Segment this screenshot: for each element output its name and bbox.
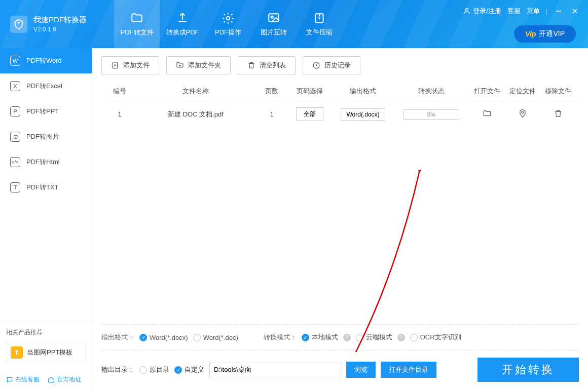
sidebar-item-pdf-to-excel[interactable]: XPDF转Excel [0,73,92,99]
radio-ocr-mode[interactable]: OCR文字识别 [410,333,461,342]
col-header-id: 编号 [104,87,135,96]
official-site-link[interactable]: 官方地址 [48,375,81,384]
help-icon[interactable]: ? [397,334,405,341]
txt-icon: T [10,182,20,192]
radio-docx[interactable]: Word(*.docx) [139,334,188,341]
help-icon[interactable]: ? [343,334,351,341]
add-file-icon [111,61,119,69]
history-button[interactable]: 历史记录 [303,56,360,74]
sidebar-item-label: PDF转PPT [26,107,59,116]
vip-icon: Vip [525,30,536,38]
app-title: 我速PDF转换器 [33,15,87,25]
radio-doc[interactable]: Word(*.doc) [193,334,238,341]
excel-icon: X [10,81,20,91]
sidebar-item-pdf-to-ppt[interactable]: PPDF转PPT [0,99,92,124]
cell-pages: 1 [256,110,287,118]
nav-label: PDF转文件 [121,28,154,37]
close-button[interactable] [570,6,580,16]
open-file-button[interactable] [483,112,492,120]
output-format-label: 输出格式： [101,333,134,342]
user-icon [463,7,471,15]
open-output-dir-button[interactable]: 打开文件目录 [381,362,436,378]
browse-button[interactable]: 浏览 [346,362,376,378]
related-products-title: 相关产品推荐 [6,328,86,337]
locate-file-button[interactable] [518,112,527,120]
sidebar-item-pdf-to-word[interactable]: WPDF转Word [0,48,92,73]
html-icon: </> [10,157,20,167]
radio-cloud-mode[interactable]: 云端模式 [356,333,392,342]
col-header-status: 转换状态 [393,87,469,96]
nav-pdf-to-file[interactable]: PDF转文件 [114,0,160,48]
sidebar-item-pdf-to-txt[interactable]: TPDF转TXT [0,175,92,200]
login-link[interactable]: 登录/注册 [463,7,501,16]
sidebar-item-label: PDF转Word [26,56,62,65]
cell-filename: 新建 DOC 文档.pdf [135,110,256,119]
svg-point-0 [227,16,230,20]
minimize-button[interactable] [554,6,564,16]
folder-icon [483,109,492,118]
radio-original-dir[interactable]: 原目录 [139,365,169,374]
app-version: V2.0.1.6 [33,26,87,33]
table-header: 编号 文件名称 页数 页码选择 输出格式 转换状态 打开文件 定位文件 移除文件 [101,82,579,101]
sidebar-item-label: PDF转Html [26,158,60,167]
cell-id: 1 [104,110,135,118]
promo-label: 当图网PPT模板 [27,348,72,357]
nav-label: 转换成PDF [166,28,199,37]
sidebar-item-label: PDF转Excel [26,82,62,91]
nav-image-convert[interactable]: 图片互转 [251,0,297,48]
svg-point-14 [522,111,524,113]
start-convert-button[interactable]: 开始转换 [477,358,579,382]
progress-bar: 0% [403,109,459,120]
pin-icon [518,109,527,118]
nav-label: 文件压缩 [306,28,333,37]
nav-pdf-ops[interactable]: PDF操作 [205,0,251,48]
add-folder-icon [176,61,184,69]
image-icon: ⊡ [10,132,20,142]
sidebar-item-label: PDF转图片 [26,132,59,141]
col-header-name: 文件名称 [135,87,256,96]
sidebar-item-pdf-to-image[interactable]: ⊡PDF转图片 [0,124,92,149]
app-logo-icon [10,16,27,33]
nav-to-pdf[interactable]: 转换成PDF [160,0,205,48]
page-select-button[interactable]: 全部 [296,107,323,121]
word-icon: W [10,56,20,66]
promo-ppt-template[interactable]: T 当图网PPT模板 [6,342,86,363]
col-header-remove: 移除文件 [540,87,576,96]
col-header-fmt: 输出格式 [333,87,393,96]
main-panel: 添加文件 添加文件夹 清空列表 历史记录 编号 文件名称 页数 页码选择 输出格… [92,48,588,390]
output-row: 输出目录： 原目录 自定义 浏览 打开文件目录 开始转换 [101,350,579,382]
online-service-link[interactable]: 在线客服 [6,375,40,384]
nav-compress[interactable]: 文件压缩 [297,0,342,48]
menu-link[interactable]: 菜单 [527,7,540,16]
radio-custom-dir[interactable]: 自定义 [174,365,204,374]
col-header-pages: 页数 [256,87,287,96]
table-row: 1 新建 DOC 文档.pdf 1 全部 Word(.docx) 0% [101,101,579,127]
output-path-input[interactable] [209,363,341,377]
svg-point-4 [465,9,468,11]
sidebar-item-pdf-to-html[interactable]: </>PDF转Html [0,149,92,175]
vip-button[interactable]: Vip 开通VIP [514,25,576,43]
output-dir-label: 输出目录： [101,365,134,374]
radio-local-mode[interactable]: 本地模式 [302,333,338,342]
logo-block: 我速PDF转换器 V2.0.1.6 [0,0,114,48]
output-format-button[interactable]: Word(.docx) [341,108,385,121]
ppt-icon: P [10,106,20,116]
clock-icon [312,61,320,69]
app-header: 我速PDF转换器 V2.0.1.6 PDF转文件 转换成PDF PDF操作 图片… [0,0,588,48]
sidebar-footer: 在线客服 官方地址 [0,369,92,390]
support-link[interactable]: 客服 [507,7,521,16]
clear-list-button[interactable]: 清空列表 [238,56,296,74]
header-right: 登录/注册 客服 菜单 | [463,6,580,16]
col-header-sel: 页码选择 [287,87,333,96]
promo-icon: T [11,346,23,359]
add-folder-button[interactable]: 添加文件夹 [166,56,231,74]
top-nav: PDF转文件 转换成PDF PDF操作 图片互转 文件压缩 [114,0,342,48]
sidebar-item-label: PDF转TXT [26,183,59,192]
trash-icon [554,109,563,118]
toolbar: 添加文件 添加文件夹 清空列表 历史记录 [101,56,579,74]
add-file-button[interactable]: 添加文件 [101,56,159,74]
svg-point-2 [271,16,273,18]
col-header-locate: 定位文件 [505,87,540,96]
remove-file-button[interactable] [554,112,563,120]
chat-icon [6,376,13,383]
